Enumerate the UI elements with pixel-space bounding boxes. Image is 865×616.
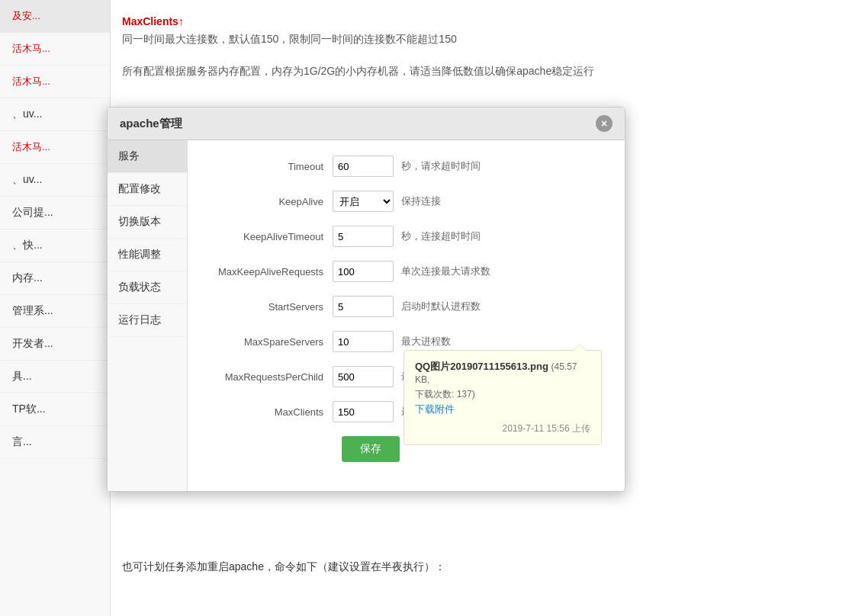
apache-modal: apache管理 × 服务 配置修改 切换版本 性能调整 负载状态 运行日志 <box>107 107 625 492</box>
sidebar: 及安... 活木马... 活木马... 、uv... 活木马... 、uv...… <box>0 0 111 616</box>
save-button[interactable]: 保存 <box>342 436 400 462</box>
label-maxrequests: MaxRequestsPerChild <box>211 371 333 383</box>
hint-keepalive: 保持连接 <box>401 194 441 208</box>
input-maxspare[interactable] <box>333 331 394 352</box>
sidebar-item-9[interactable]: 内存... <box>0 262 110 295</box>
select-wrapper-keepalive[interactable]: 开启 关闭 <box>333 191 394 212</box>
sidebar-item-2[interactable]: 活木马... <box>0 33 110 66</box>
modal-nav-config[interactable]: 配置修改 <box>108 173 187 206</box>
sidebar-item-8[interactable]: 、快... <box>0 229 110 262</box>
modal-nav-service[interactable]: 服务 <box>108 140 187 173</box>
modal-nav-load[interactable]: 负载状态 <box>108 271 187 304</box>
attach-filename: QQ图片20190711155613.png (45.57 KB, <box>415 360 590 385</box>
hint-keepalivetimeout: 秒，连接超时时间 <box>401 229 481 243</box>
label-maxclients: MaxClients <box>211 406 333 418</box>
content-area: MaxClients↑ 同一时间最大连接数，默认值150，限制同一时间的连接数不… <box>0 0 865 589</box>
maxclients-title: MaxClients↑ <box>122 15 834 27</box>
label-timeout: Timeout <box>211 161 333 172</box>
sidebar-item-13[interactable]: TP软... <box>0 393 110 426</box>
modal-nav: 服务 配置修改 切换版本 性能调整 负载状态 运行日志 <box>108 140 188 491</box>
sidebar-item-10[interactable]: 管理系... <box>0 295 110 328</box>
modal-close-button[interactable]: × <box>596 115 613 132</box>
input-keepalivetimeout[interactable] <box>333 226 394 247</box>
config-note: 所有配置根据服务器内存配置，内存为1G/2G的小内存机器，请适当降低数值以确保a… <box>122 63 834 79</box>
sidebar-item-7[interactable]: 公司提... <box>0 197 110 229</box>
modal-title: apache管理 <box>120 117 182 131</box>
select-keepalive[interactable]: 开启 关闭 <box>333 191 393 211</box>
sidebar-item-12[interactable]: 具... <box>0 361 110 393</box>
sidebar-item-1[interactable]: 及安... <box>0 0 110 33</box>
label-startservers: StartServers <box>211 301 333 313</box>
hint-timeout: 秒，请求超时时间 <box>401 159 481 173</box>
form-row-startservers: StartServers 启动时默认进程数 <box>211 296 602 317</box>
input-timeout[interactable] <box>333 156 394 177</box>
sidebar-item-14[interactable]: 言... <box>0 426 110 459</box>
modal-nav-perf[interactable]: 性能调整 <box>108 239 187 271</box>
form-row-maxspare: MaxSpareServers 最大进程数 <box>211 331 602 352</box>
attach-date: 2019-7-11 15:56 上传 <box>415 422 590 435</box>
input-startservers[interactable] <box>333 296 394 317</box>
form-row-timeout: Timeout 秒，请求超时时间 <box>211 156 602 177</box>
form-row-keepalive: KeepAlive 开启 关闭 保持连接 <box>211 191 602 212</box>
attachment-popup: QQ图片20190711155613.png (45.57 KB, 下载次数: … <box>404 350 602 445</box>
modal-nav-version[interactable]: 切换版本 <box>108 206 187 239</box>
label-maxspare: MaxSpareServers <box>211 336 333 348</box>
label-maxkeepalive: MaxKeepAliveRequests <box>211 266 333 278</box>
sidebar-item-6[interactable]: 、uv... <box>0 164 110 197</box>
form-row-keepalivetimeout: KeepAliveTimeout 秒，连接超时时间 <box>211 226 602 247</box>
bottom-text: 也可计划任务添加重启apache，命令如下（建议设置在半夜执行）： <box>122 560 834 574</box>
modal-nav-log[interactable]: 运行日志 <box>108 304 187 337</box>
hint-maxspare: 最大进程数 <box>401 335 451 348</box>
hint-startservers: 启动时默认进程数 <box>401 300 481 313</box>
sidebar-item-11[interactable]: 开发者... <box>0 328 110 361</box>
sidebar-item-3[interactable]: 活木马... <box>0 66 110 98</box>
label-keepalivetimeout: KeepAliveTimeout <box>211 231 333 242</box>
attach-downloads: 下载次数: 137) <box>415 388 590 401</box>
input-maxrequests[interactable] <box>333 366 394 387</box>
hint-maxkeepalive: 单次连接最大请求数 <box>401 265 490 278</box>
input-maxkeepalive[interactable] <box>333 261 394 282</box>
sidebar-item-4[interactable]: 、uv... <box>0 98 110 131</box>
form-row-maxkeepalive: MaxKeepAliveRequests 单次连接最大请求数 <box>211 261 602 282</box>
input-maxclients[interactable] <box>333 401 394 422</box>
top-text: 同一时间最大连接数，默认值150，限制同一时间的连接数不能超过150 <box>122 30 834 47</box>
modal-header: apache管理 × <box>108 107 625 140</box>
label-keepalive: KeepAlive <box>211 196 333 207</box>
download-link[interactable]: 下载附件 <box>415 403 455 416</box>
sidebar-item-5[interactable]: 活木马... <box>0 131 110 164</box>
page-wrapper: 及安... 活木马... 活木马... 、uv... 活木马... 、uv...… <box>0 0 865 616</box>
